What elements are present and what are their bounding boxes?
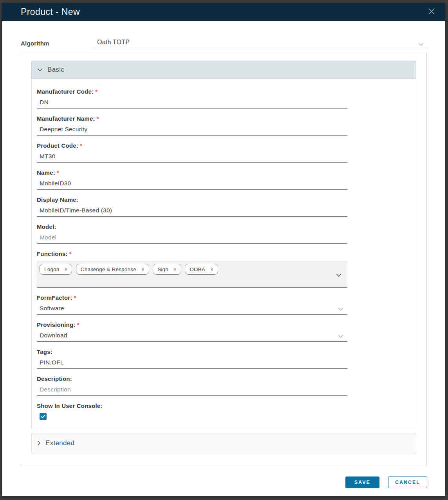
product-code-label: Product Code:* — [37, 142, 347, 149]
label-text: Model: — [37, 223, 56, 230]
form-factor-label: FormFactor:* — [37, 294, 347, 301]
provisioning-label: Provisioning:* — [37, 321, 347, 328]
required-asterisk: * — [74, 294, 76, 301]
display-name-label: Display Name: — [37, 196, 347, 203]
label-text: Functions: — [37, 250, 68, 257]
modal-header: Product - New — [2, 3, 445, 21]
name-field: Name:* MobileID30 — [37, 169, 347, 190]
chip-remove-icon[interactable]: × — [141, 267, 145, 272]
label-text: Tags: — [37, 348, 52, 355]
description-field: Description: Description — [37, 375, 347, 396]
function-chip-challenge-response: Challenge & Response × — [76, 264, 149, 275]
model-input[interactable]: Model — [37, 234, 347, 244]
chevron-right-icon — [37, 440, 41, 446]
provisioning-value: Download — [40, 332, 67, 339]
provisioning-select[interactable]: Download — [37, 332, 347, 342]
product-code-field: Product Code:* MT30 — [37, 142, 347, 163]
name-label: Name:* — [37, 169, 347, 176]
close-icon — [428, 8, 435, 16]
tags-label: Tags: — [37, 348, 347, 355]
model-field: Model: Model — [37, 223, 347, 244]
extended-section-title: Extended — [45, 439, 74, 447]
required-asterisk: * — [57, 169, 59, 176]
manufacturer-name-input[interactable]: Deepnet Security — [37, 126, 347, 136]
manufacturer-code-label: Manufacturer Code:* — [37, 88, 347, 95]
page-title: Product - New — [21, 7, 80, 17]
checkmark-icon — [41, 413, 45, 420]
tags-field: Tags: PIN,OFL — [37, 348, 347, 369]
show-in-user-console-checkbox[interactable] — [40, 413, 47, 420]
functions-label: Functions:* — [37, 250, 347, 257]
name-input[interactable]: MobileID30 — [37, 180, 347, 190]
function-chip-logon: Logon × — [40, 264, 72, 275]
show-in-user-console-field: Show In User Console: — [37, 402, 347, 420]
required-asterisk: * — [69, 250, 72, 257]
manufacturer-name-label: Manufacturer Name:* — [37, 115, 347, 122]
form-factor-field: FormFactor:* Software — [37, 294, 347, 315]
label-text: Display Name: — [37, 196, 78, 203]
chip-remove-icon[interactable]: × — [65, 267, 68, 272]
display-name-input[interactable]: MobileID/Time-Based (30) — [37, 207, 347, 217]
chip-label: Sign — [157, 266, 168, 272]
basic-section-title: Basic — [47, 66, 64, 74]
chevron-down-icon — [418, 41, 424, 48]
algorithm-select-value: Oath TOTP — [97, 39, 130, 45]
label-text: Manufacturer Name: — [37, 115, 95, 122]
product-code-input[interactable]: MT30 — [37, 153, 347, 163]
description-label: Description: — [37, 375, 347, 382]
label-text: FormFactor: — [37, 294, 72, 301]
form-factor-value: Software — [40, 305, 64, 312]
chip-remove-icon[interactable]: × — [173, 267, 177, 272]
form-factor-select[interactable]: Software — [37, 305, 347, 315]
modal-footer: SAVE CANCEL — [2, 476, 427, 488]
manufacturer-code-field: Manufacturer Code:* DN — [37, 88, 347, 109]
chip-label: OOBA — [190, 266, 205, 272]
label-text: Description: — [37, 375, 72, 382]
algorithm-row: Algorithm Oath TOTP — [21, 39, 427, 48]
description-input[interactable]: Description — [37, 386, 347, 396]
functions-multiselect[interactable]: Logon × Challenge & Response × Sign × OO… — [37, 261, 347, 288]
function-chip-ooba: OOBA × — [185, 264, 218, 275]
display-name-field: Display Name: MobileID/Time-Based (30) — [37, 196, 347, 217]
extended-section-header[interactable]: Extended — [31, 433, 416, 453]
provisioning-field: Provisioning:* Download — [37, 321, 347, 342]
label-text: Product Code: — [37, 142, 78, 149]
product-new-modal: Product - New Algorithm Oath TOTP Basic — [2, 3, 445, 496]
basic-section-header[interactable]: Basic — [31, 61, 416, 79]
algorithm-label: Algorithm — [21, 39, 93, 47]
required-asterisk: * — [77, 321, 79, 328]
basic-section-body: Manufacturer Code:* DN Manufacturer Name… — [31, 79, 416, 429]
label-text: Name: — [37, 169, 55, 176]
save-button[interactable]: SAVE — [345, 476, 379, 488]
chip-remove-icon[interactable]: × — [210, 267, 213, 272]
form-panel: Basic Manufacturer Code:* DN Manufacture… — [21, 53, 427, 466]
required-asterisk: * — [95, 88, 98, 95]
close-button[interactable] — [426, 7, 437, 17]
manufacturer-name-field: Manufacturer Name:* Deepnet Security — [37, 115, 347, 136]
label-text: Provisioning: — [37, 321, 75, 328]
cancel-button[interactable]: CANCEL — [388, 476, 427, 488]
required-asterisk: * — [97, 115, 99, 122]
chevron-down-icon — [338, 306, 343, 313]
chevron-down-icon — [338, 333, 343, 340]
chevron-down-icon — [37, 68, 43, 72]
functions-field: Functions:* Logon × Challenge & Response… — [37, 250, 347, 288]
label-text: Manufacturer Code: — [37, 88, 94, 95]
chip-label: Logon — [44, 266, 60, 272]
model-label: Model: — [37, 223, 347, 230]
show-in-user-console-label: Show In User Console: — [37, 402, 347, 409]
manufacturer-code-input[interactable]: DN — [37, 99, 347, 109]
chip-label: Challenge & Response — [81, 266, 136, 272]
function-chip-sign: Sign × — [153, 264, 181, 275]
algorithm-select[interactable]: Oath TOTP — [93, 39, 427, 48]
tags-input[interactable]: PIN,OFL — [37, 359, 347, 369]
label-text: Show In User Console: — [37, 402, 103, 409]
chevron-down-icon — [336, 272, 341, 279]
required-asterisk: * — [80, 142, 82, 149]
